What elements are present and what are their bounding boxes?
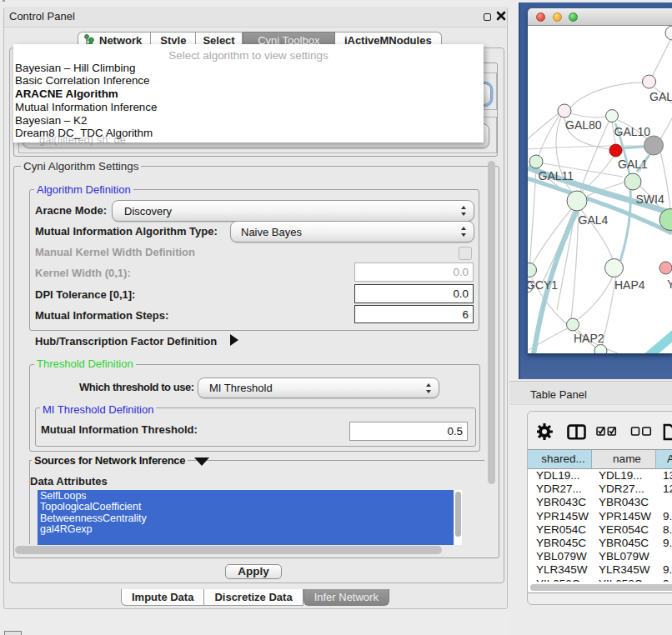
svg-text:HAP2: HAP2 bbox=[574, 332, 604, 345]
svg-text:GCY1: GCY1 bbox=[528, 278, 558, 292]
svg-text:GAL4: GAL4 bbox=[579, 213, 609, 227]
svg-text:GAL11: GAL11 bbox=[539, 169, 574, 182]
svg-text:HAP4: HAP4 bbox=[614, 278, 645, 292]
svg-text:Y: Y bbox=[667, 278, 672, 291]
svg-text:GAL80: GAL80 bbox=[565, 118, 602, 132]
svg-text:SWI4: SWI4 bbox=[636, 192, 664, 206]
svg-text:GAL1: GAL1 bbox=[618, 158, 648, 171]
svg-text:GAL10: GAL10 bbox=[614, 125, 651, 138]
svg-text:GAL7: GAL7 bbox=[649, 90, 672, 103]
